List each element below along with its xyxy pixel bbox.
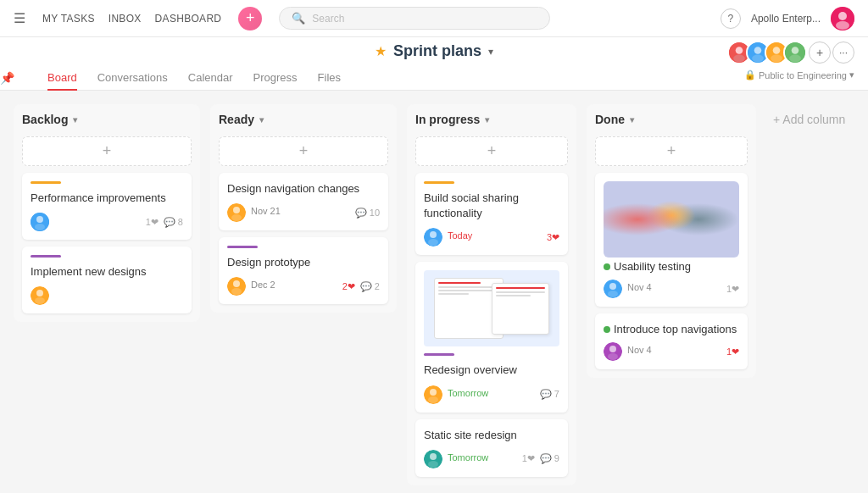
add-card-done[interactable]: +: [595, 136, 748, 166]
status-dot: [604, 263, 610, 270]
likes-count: 1❤: [146, 217, 159, 228]
photo-mock: [604, 181, 739, 258]
column-header-in-progress: In progress ▾: [415, 113, 568, 130]
card-footer: [31, 286, 183, 305]
comments-count: 💬 9: [540, 453, 559, 464]
card-title: Static site redesign: [424, 428, 559, 443]
card-title: Usability testing: [614, 259, 691, 274]
priority-bar-orange: [424, 181, 454, 184]
column-title-in-progress: In progress: [415, 113, 480, 126]
card-redesign-overview[interactable]: Redesign overview Tomorrow 💬 7: [415, 262, 568, 412]
hearts-count: 1❤: [726, 346, 739, 357]
add-member-button[interactable]: +: [809, 42, 831, 64]
svg-point-1: [838, 12, 847, 20]
card-implement-new-designs[interactable]: Implement new designs: [22, 246, 192, 313]
project-title: Sprint plans: [393, 42, 481, 60]
search-bar[interactable]: 🔍 Search: [279, 7, 550, 30]
user-avatar[interactable]: [831, 7, 854, 30]
add-column-button[interactable]: + Add column: [766, 104, 852, 135]
card-avatar: [31, 286, 49, 305]
project-title-row: ★ Sprint plans ▾ + ···: [0, 42, 868, 60]
board-area: Backlog ▾ + Performance improvements 1❤ …: [0, 91, 868, 492]
add-card-in-progress[interactable]: +: [415, 136, 568, 166]
card-footer: Nov 4 1❤: [604, 342, 739, 361]
svg-point-34: [430, 453, 437, 460]
card-date: Today: [448, 230, 472, 241]
svg-point-2: [836, 21, 849, 30]
svg-point-14: [789, 55, 801, 63]
column-chevron-ready[interactable]: ▾: [259, 115, 264, 125]
card-static-site[interactable]: Static site redesign Tomorrow 1❤ 💬 9: [415, 419, 568, 477]
lock-icon: 🔒: [744, 69, 756, 80]
pin-icon: 📌: [0, 71, 14, 85]
add-card-ready[interactable]: +: [219, 136, 388, 166]
card-date: Tomorrow: [448, 388, 488, 398]
card-title: Build social sharing functionality: [424, 191, 559, 221]
tab-progress[interactable]: Progress: [253, 66, 298, 91]
card-performance-improvements[interactable]: Performance improvements 1❤ 💬 8: [22, 173, 192, 240]
tab-board[interactable]: Board: [47, 66, 77, 91]
card-meta: 2❤ 💬 2: [342, 281, 380, 292]
card-footer: Dec 2 2❤ 💬 2: [227, 277, 380, 296]
hamburger-icon[interactable]: ☰: [14, 10, 25, 26]
inbox-link[interactable]: INBOX: [108, 13, 142, 25]
team-overflow-button[interactable]: ···: [832, 42, 854, 64]
svg-point-35: [428, 461, 438, 468]
add-project-button[interactable]: +: [238, 7, 262, 30]
dashboard-link[interactable]: DASHBOARD: [155, 13, 222, 25]
priority-bar-purple: [424, 353, 454, 356]
card-build-social[interactable]: Build social sharing functionality Today…: [415, 173, 568, 255]
title-dropdown-icon[interactable]: ▾: [488, 46, 493, 58]
column-in-progress: In progress ▾ + Build social sharing fun…: [407, 104, 576, 485]
card-design-prototype[interactable]: Design prototype Dec 2 2❤ 💬 2: [219, 237, 388, 304]
card-usability-testing[interactable]: Usability testing Nov 4 1❤: [595, 173, 748, 307]
card-meta: 3❤: [547, 232, 559, 243]
tab-files[interactable]: Files: [318, 66, 341, 91]
visibility-chevron[interactable]: ▾: [849, 69, 854, 80]
column-header-done: Done ▾: [595, 113, 748, 130]
my-tasks-link[interactable]: MY TASKS: [42, 13, 95, 25]
column-chevron-done[interactable]: ▾: [630, 115, 634, 125]
card-footer: Nov 4 1❤: [604, 280, 739, 298]
svg-point-13: [792, 47, 799, 54]
card-meta: 💬 7: [540, 389, 559, 400]
help-button[interactable]: ?: [721, 8, 741, 29]
card-date: Nov 4: [627, 282, 652, 292]
card-date: Dec 2: [251, 280, 275, 290]
card-avatar: [227, 277, 246, 296]
column-chevron-in-progress[interactable]: ▾: [485, 115, 489, 125]
tab-conversations[interactable]: Conversations: [97, 66, 168, 91]
card-date: Nov 21: [251, 206, 281, 216]
column-done: Done ▾ + Usability testing Nov 4: [587, 104, 756, 378]
card-title: Design prototype: [227, 255, 380, 270]
svg-point-37: [609, 283, 616, 290]
sub-nav: 📌 Board Conversations Calendar Progress …: [0, 65, 868, 90]
top-nav: ☰ MY TASKS INBOX DASHBOARD + 🔍 Search ? …: [0, 0, 868, 37]
add-card-backlog[interactable]: +: [22, 136, 192, 166]
card-design-navigation[interactable]: Design navigation changes Nov 21 💬 10: [219, 173, 388, 230]
tab-calendar[interactable]: Calendar: [188, 66, 233, 91]
comments-count: 💬 2: [360, 281, 380, 292]
svg-point-38: [608, 291, 618, 297]
column-title-ready: Ready: [219, 113, 254, 126]
card-introduce-top-nav[interactable]: Introduce top navigations Nov 4 1❤: [595, 313, 748, 369]
comments-count: 💬 10: [355, 208, 380, 219]
card-footer: Nov 21 💬 10: [227, 203, 380, 222]
svg-point-25: [233, 280, 240, 287]
likes-count: 1❤: [522, 453, 535, 464]
card-meta: 1❤: [726, 346, 739, 357]
svg-point-28: [430, 231, 437, 238]
card-avatar: [31, 213, 49, 231]
card-title: Introduce top navigations: [614, 322, 737, 337]
team-avatar-4: [783, 41, 807, 64]
column-chevron-backlog[interactable]: ▾: [73, 115, 77, 125]
column-title-backlog: Backlog: [22, 113, 68, 126]
card-avatar: [424, 228, 442, 246]
svg-point-16: [36, 216, 43, 223]
priority-bar-purple: [31, 255, 61, 258]
user-name: Apollo Enterp...: [751, 13, 821, 25]
card-title: Design navigation changes: [227, 181, 380, 197]
column-backlog: Backlog ▾ + Performance improvements 1❤ …: [14, 104, 200, 322]
column-header-backlog: Backlog ▾: [22, 113, 192, 130]
svg-point-19: [36, 290, 43, 296]
